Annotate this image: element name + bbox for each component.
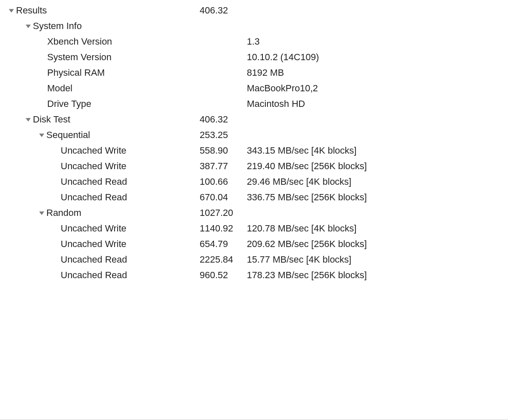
test-detail: 29.46 MB/sec [4K blocks] <box>247 176 351 187</box>
item-label: System Version <box>5 52 112 63</box>
test-label: Uncached Write <box>5 239 126 250</box>
svg-marker-4 <box>39 211 44 215</box>
results-row[interactable]: Results 406.32 <box>5 3 503 18</box>
test-score: 960.52 <box>200 270 228 281</box>
disk-test-row[interactable]: Disk Test 406.32 <box>5 112 503 127</box>
test-detail: 343.15 MB/sec [4K blocks] <box>247 145 356 156</box>
svg-marker-3 <box>39 133 44 137</box>
test-label: Uncached Read <box>5 176 127 187</box>
system-info-item: Drive Type Macintosh HD <box>5 96 503 112</box>
sequential-row[interactable]: Sequential 253.25 <box>5 127 503 143</box>
svg-marker-1 <box>26 24 31 28</box>
test-result-row: Uncached Write 387.77 219.40 MB/sec [256… <box>5 158 503 174</box>
test-label: Uncached Write <box>5 145 126 156</box>
item-label: Physical RAM <box>5 67 105 78</box>
test-score: 1140.92 <box>200 223 233 234</box>
item-value: 1.3 <box>247 36 260 47</box>
svg-marker-0 <box>9 9 14 12</box>
disk-test-score: 406.32 <box>200 114 228 125</box>
test-score: 558.90 <box>200 145 228 156</box>
results-label: Results <box>15 5 47 16</box>
test-result-row: Uncached Read 960.52 178.23 MB/sec [256K… <box>5 267 503 283</box>
test-detail: 209.62 MB/sec [256K blocks] <box>247 239 367 250</box>
item-value: 10.10.2 (14C109) <box>247 52 319 63</box>
test-label: Uncached Read <box>5 270 127 281</box>
test-score: 670.04 <box>200 192 228 203</box>
test-score: 654.79 <box>200 239 228 250</box>
test-label: Uncached Write <box>5 161 126 172</box>
disclosure-triangle-icon[interactable] <box>38 133 45 138</box>
item-value: Macintosh HD <box>247 98 305 109</box>
test-label: Uncached Write <box>5 223 126 234</box>
disclosure-triangle-icon[interactable] <box>24 24 32 29</box>
item-value: MacBookPro10,2 <box>247 83 318 94</box>
test-result-row: Uncached Write 654.79 209.62 MB/sec [256… <box>5 236 503 252</box>
random-score: 1027.20 <box>200 207 233 218</box>
item-value: 8192 MB <box>247 67 284 78</box>
test-result-row: Uncached Read 2225.84 15.77 MB/sec [4K b… <box>5 252 503 267</box>
system-info-label: System Info <box>32 21 82 32</box>
test-detail: 178.23 MB/sec [256K blocks] <box>247 270 367 281</box>
system-info-item: Physical RAM 8192 MB <box>5 65 503 80</box>
test-result-row: Uncached Read 670.04 336.75 MB/sec [256K… <box>5 189 503 205</box>
random-row[interactable]: Random 1027.20 <box>5 205 503 221</box>
sequential-label: Sequential <box>45 130 90 141</box>
item-label: Xbench Version <box>5 36 112 47</box>
sequential-score: 253.25 <box>200 130 228 141</box>
test-detail: 15.77 MB/sec [4K blocks] <box>247 254 351 265</box>
disk-test-label: Disk Test <box>32 114 70 125</box>
disclosure-triangle-icon[interactable] <box>8 8 15 13</box>
test-score: 2225.84 <box>200 254 233 265</box>
system-info-item: Model MacBookPro10,2 <box>5 80 503 96</box>
test-result-row: Uncached Read 100.66 29.46 MB/sec [4K bl… <box>5 174 503 189</box>
svg-marker-2 <box>26 118 31 121</box>
test-result-row: Uncached Write 558.90 343.15 MB/sec [4K … <box>5 143 503 158</box>
disclosure-triangle-icon[interactable] <box>38 210 45 215</box>
random-label: Random <box>45 207 81 218</box>
item-label: Drive Type <box>5 98 91 109</box>
test-score: 387.77 <box>200 161 228 172</box>
disclosure-triangle-icon[interactable] <box>24 117 32 122</box>
system-info-row[interactable]: System Info <box>5 18 503 34</box>
test-label: Uncached Read <box>5 254 127 265</box>
system-info-item: Xbench Version 1.3 <box>5 34 503 49</box>
test-score: 100.66 <box>200 176 228 187</box>
test-detail: 336.75 MB/sec [256K blocks] <box>247 192 367 203</box>
item-label: Model <box>5 83 72 94</box>
test-label: Uncached Read <box>5 192 127 203</box>
test-detail: 219.40 MB/sec [256K blocks] <box>247 161 367 172</box>
test-result-row: Uncached Write 1140.92 120.78 MB/sec [4K… <box>5 221 503 236</box>
test-detail: 120.78 MB/sec [4K blocks] <box>247 223 356 234</box>
results-score: 406.32 <box>200 5 228 16</box>
system-info-item: System Version 10.10.2 (14C109) <box>5 49 503 65</box>
